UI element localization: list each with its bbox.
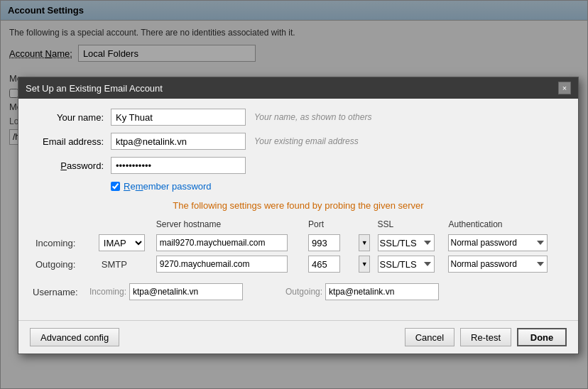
remember-password-checkbox[interactable] — [111, 182, 120, 191]
incoming-ssl-select[interactable]: SSL/TLS STARTTLS None — [378, 234, 435, 251]
footer-right-buttons: Cancel Re-test Done — [405, 328, 567, 346]
outgoing-hostname-input[interactable] — [156, 256, 288, 273]
modal-close-button[interactable]: × — [558, 82, 571, 94]
modal-title: Set Up an Existing Email Account — [26, 83, 163, 94]
outgoing-row: Outgoing: SMTP ▼ — [33, 253, 564, 275]
outgoing-auth-select[interactable]: Normal password Encrypted password OAuth… — [448, 256, 548, 273]
email-setup-modal: Set Up an Existing Email Account × Your … — [18, 77, 579, 354]
incoming-port-input[interactable] — [308, 234, 340, 251]
modal-footer: Advanced config Cancel Re-test Done — [18, 320, 578, 354]
incoming-hostname-input[interactable] — [156, 234, 288, 251]
done-button[interactable]: Done — [517, 328, 567, 346]
your-name-input[interactable] — [111, 109, 246, 126]
your-name-row: Your name: Your name, as shown to others — [33, 109, 564, 126]
email-address-label: Email address: — [33, 136, 111, 147]
server-table-header-row: Server hostname Port SSL Authentication — [33, 218, 564, 232]
retest-button[interactable]: Re-test — [460, 328, 511, 346]
outgoing-ssl-select[interactable]: SSL/TLS STARTTLS None — [378, 256, 435, 273]
remember-password-label[interactable]: Remember password — [124, 181, 212, 192]
incoming-auth-select[interactable]: Normal password Encrypted password OAuth… — [448, 234, 548, 251]
outgoing-username-input[interactable] — [325, 283, 439, 300]
your-name-label: Your name: — [33, 112, 111, 123]
outgoing-port-input[interactable] — [308, 256, 340, 273]
email-address-hint: Your existing email address — [254, 136, 359, 146]
outgoing-port-stepper[interactable]: ▼ — [359, 256, 370, 273]
col-port: Port — [305, 218, 356, 232]
incoming-label: Incoming: — [36, 238, 75, 248]
email-address-row: Email address: Your existing email addre… — [33, 133, 564, 150]
password-row: Password: — [33, 157, 564, 174]
username-row: Username: Incoming: Outgoing: — [33, 283, 564, 300]
incoming-row: Incoming: IMAP POP3 — [33, 232, 564, 253]
outgoing-protocol-label: SMTP — [99, 259, 127, 270]
col-server-hostname: Server hostname — [153, 218, 305, 232]
server-settings-table: Server hostname Port SSL Authentication … — [33, 218, 564, 275]
outgoing-label: Outgoing: — [36, 259, 75, 270]
incoming-protocol-select[interactable]: IMAP POP3 — [99, 234, 145, 251]
advanced-config-button[interactable]: Advanced config — [30, 328, 119, 346]
username-label: Username: — [33, 287, 89, 297]
password-input[interactable] — [111, 157, 246, 174]
remember-password-row: Remember password — [111, 181, 564, 192]
incoming-username-input[interactable] — [129, 283, 243, 300]
modal-body: Your name: Your name, as shown to others… — [18, 99, 578, 320]
outgoing-username-placeholder: Outgoing: — [285, 287, 322, 297]
incoming-port-stepper[interactable]: ▼ — [359, 234, 370, 251]
your-name-hint: Your name, as shown to others — [254, 112, 371, 122]
cancel-button[interactable]: Cancel — [405, 328, 454, 346]
incoming-username-placeholder: Incoming: — [89, 287, 126, 297]
modal-titlebar: Set Up an Existing Email Account × — [18, 77, 578, 99]
col-ssl: SSL — [375, 218, 446, 232]
email-address-input[interactable] — [111, 133, 246, 150]
col-authentication: Authentication — [445, 218, 564, 232]
probing-note: The following settings were found by pro… — [33, 200, 564, 211]
password-label: Password: — [33, 160, 111, 171]
